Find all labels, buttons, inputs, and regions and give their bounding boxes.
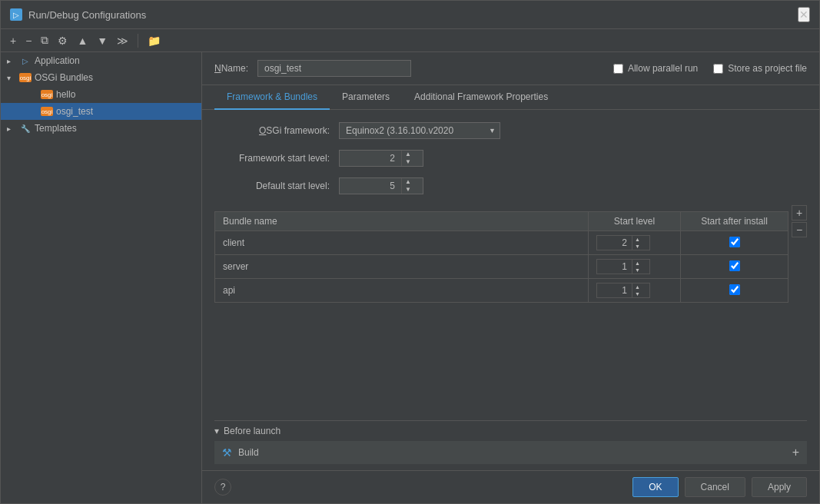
more-button[interactable]: ≫ — [114, 33, 131, 48]
sidebar: ▸ ▷ Application ▾ osgi OSGi Bundles osgi… — [1, 52, 202, 503]
remove-bundle-button[interactable]: − — [792, 222, 807, 237]
framework-start-level-up[interactable]: ▲ — [402, 151, 414, 158]
help-button[interactable]: ? — [214, 479, 231, 496]
api-start-after-install-checkbox[interactable] — [729, 284, 740, 295]
tab-parameters[interactable]: Parameters — [330, 85, 402, 110]
tab-additional-framework[interactable]: Additional Framework Properties — [402, 85, 560, 110]
api-start-level-down[interactable]: ▼ — [632, 290, 642, 297]
sidebar-item-hello[interactable]: osgi hello — [1, 86, 201, 103]
client-start-level-input[interactable] — [597, 236, 632, 250]
toolbar: + − ⧉ ⚙ ▲ ▼ ≫ 📁 — [1, 29, 819, 52]
cancel-button[interactable]: Cancel — [685, 477, 745, 497]
start-after-install-api — [681, 279, 788, 303]
ok-button[interactable]: OK — [632, 477, 678, 497]
store-as-project-file-checkbox[interactable] — [713, 64, 723, 74]
osgi-bundles-icon: osgi — [19, 71, 32, 84]
build-label: Build — [238, 447, 259, 458]
tab-framework-bundles[interactable]: Framework & Bundles — [214, 85, 330, 110]
name-row: NName: Allow parallel run Store as proje… — [202, 52, 819, 85]
application-arrow: ▸ — [7, 57, 16, 65]
hello-icon: osgi — [41, 88, 53, 101]
framework-start-level-row: Framework start level: ▲ ▼ — [214, 150, 807, 167]
default-start-level-row: Default start level: ▲ ▼ — [214, 177, 807, 194]
osgi-test-icon: osgi — [41, 105, 53, 118]
start-after-install-server — [681, 255, 788, 279]
framework-start-level-down[interactable]: ▼ — [402, 158, 414, 166]
osgi-framework-select[interactable]: Equinox2 (3.16.100.v2020 — [339, 122, 500, 139]
sidebar-item-application[interactable]: ▸ ▷ Application — [1, 52, 201, 69]
sidebar-item-label: osgi_test — [56, 106, 93, 117]
folder-button[interactable]: 📁 — [144, 33, 164, 48]
sidebar-item-label: hello — [56, 89, 75, 100]
default-start-level-spinner-btns: ▲ ▼ — [401, 178, 414, 194]
run-debug-dialog: ▷ Run/Debug Configurations ✕ + − ⧉ ⚙ ▲ ▼… — [0, 0, 820, 504]
client-start-after-install-checkbox[interactable] — [729, 237, 740, 247]
api-spinner-btns: ▲ ▼ — [632, 284, 642, 297]
bundle-table-section: Bundle name Start level Start after inst… — [214, 205, 807, 303]
default-start-level-input[interactable] — [340, 178, 401, 194]
close-button[interactable]: ✕ — [798, 7, 810, 22]
framework-start-level-spinner-btns: ▲ ▼ — [401, 151, 414, 166]
start-after-install-client — [681, 231, 788, 255]
client-start-level-spinner: ▲ ▼ — [596, 235, 650, 250]
sidebar-item-osgi-test[interactable]: osgi osgi_test — [1, 103, 201, 120]
allow-parallel-run-checkbox[interactable] — [613, 64, 623, 74]
build-icon: ⚒ — [222, 446, 232, 459]
sidebar-item-label: Application — [35, 55, 80, 66]
col-start-level: Start level — [589, 212, 681, 231]
add-config-button[interactable]: + — [7, 33, 19, 48]
move-down-button[interactable]: ▼ — [94, 33, 111, 48]
settings-button[interactable]: ⚙ — [55, 33, 71, 48]
before-launch-content: ⚒ Build + — [214, 441, 807, 464]
server-start-level-input[interactable] — [597, 260, 632, 274]
tab-content: OSGi framework: Equinox2 (3.16.100.v2020… — [202, 110, 819, 420]
sidebar-item-templates[interactable]: ▸ 🔧 Templates — [1, 120, 201, 137]
default-start-level-spinner: ▲ ▼ — [339, 177, 423, 194]
add-bundle-button[interactable]: + — [792, 205, 807, 220]
table-wrapper: Bundle name Start level Start after inst… — [214, 205, 788, 303]
bundle-name-api: api — [215, 279, 589, 303]
api-start-level-up[interactable]: ▲ — [632, 284, 642, 290]
allow-parallel-run-label: Allow parallel run — [613, 63, 698, 74]
api-start-level-input[interactable] — [597, 284, 632, 297]
table-row: client ▲ ▼ — [215, 231, 788, 255]
before-launch-section: ▾ Before launch ⚒ Build + — [202, 420, 819, 470]
osgi-framework-row: OSGi framework: Equinox2 (3.16.100.v2020 — [214, 122, 807, 139]
sidebar-item-label: OSGi Bundles — [35, 72, 93, 83]
templates-icon: 🔧 — [19, 122, 32, 134]
copy-config-button[interactable]: ⧉ — [38, 32, 51, 48]
sidebar-item-osgi-bundles[interactable]: ▾ osgi OSGi Bundles — [1, 69, 201, 86]
client-start-level-up[interactable]: ▲ — [632, 236, 642, 243]
tabs-bar: Framework & Bundles Parameters Additiona… — [202, 85, 819, 110]
start-level-api: ▲ ▼ — [589, 279, 681, 303]
framework-start-level-spinner: ▲ ▼ — [339, 150, 423, 167]
start-level-server: ▲ ▼ — [589, 255, 681, 279]
before-launch-add-button[interactable]: + — [792, 446, 799, 459]
osgi-framework-label: OSGi framework: — [214, 125, 330, 136]
col-start-after-install: Start after install — [681, 212, 788, 231]
api-start-level-spinner: ▲ ▼ — [596, 283, 650, 298]
main-content: ▸ ▷ Application ▾ osgi OSGi Bundles osgi… — [1, 52, 819, 503]
apply-button[interactable]: Apply — [752, 477, 807, 497]
client-start-level-down[interactable]: ▼ — [632, 243, 642, 250]
name-label: NName: — [214, 63, 248, 74]
server-start-level-up[interactable]: ▲ — [632, 260, 642, 267]
table-row: api ▲ ▼ — [215, 279, 788, 303]
remove-config-button[interactable]: − — [22, 33, 35, 48]
server-start-after-install-checkbox[interactable] — [729, 260, 740, 271]
osgi-bundles-arrow: ▾ — [7, 74, 16, 82]
server-start-level-down[interactable]: ▼ — [632, 267, 642, 274]
dialog-title: Run/Debug Configurations — [28, 9, 146, 21]
store-as-project-file-label: Store as project file — [713, 63, 807, 74]
framework-start-level-input[interactable] — [340, 151, 401, 166]
name-input[interactable] — [257, 60, 411, 77]
dialog-icon: ▷ — [10, 8, 22, 21]
footer: ? OK Cancel Apply — [202, 470, 819, 503]
default-start-level-down[interactable]: ▼ — [402, 186, 414, 194]
before-launch-header[interactable]: ▾ Before launch — [214, 420, 807, 441]
table-row: server ▲ ▼ — [215, 255, 788, 279]
move-up-button[interactable]: ▲ — [74, 33, 91, 48]
before-launch-label: Before launch — [224, 426, 281, 436]
default-start-level-up[interactable]: ▲ — [402, 178, 414, 186]
default-start-level-label: Default start level: — [214, 181, 330, 191]
